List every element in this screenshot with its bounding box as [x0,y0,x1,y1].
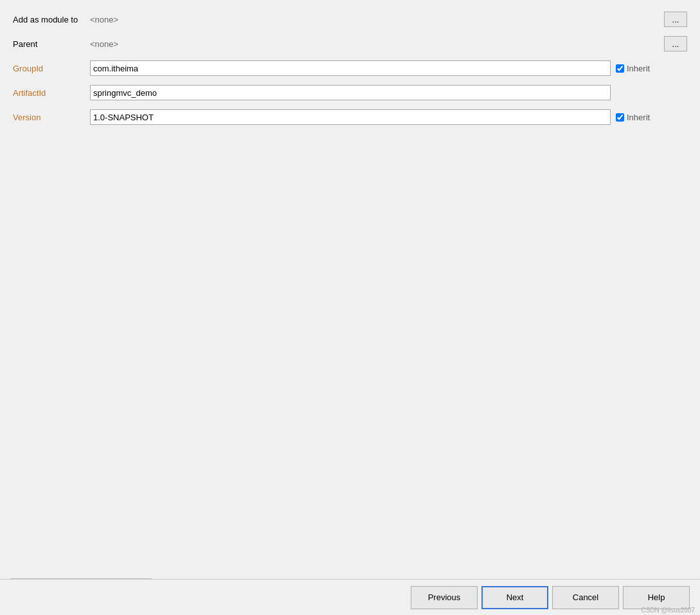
group-id-label: GroupId [13,64,90,73]
group-id-inherit-checkbox[interactable]: Inherit [616,64,650,73]
previous-button[interactable]: Previous [411,586,478,609]
version-row: Version Inherit [13,108,687,126]
add-module-value: <none> [90,15,659,24]
artifact-id-input[interactable] [90,85,611,100]
bottom-bar: Previous Next Cancel Help [0,579,700,615]
group-id-inherit-label: Inherit [627,64,650,73]
version-inherit-checkbox[interactable]: Inherit [616,113,650,122]
next-button[interactable]: Next [481,586,548,609]
parent-browse-button[interactable]: ... [664,36,687,51]
version-inherit-check[interactable] [616,113,624,122]
group-id-inherit-check[interactable] [616,64,624,73]
group-id-row: GroupId Inherit [13,59,687,77]
help-button[interactable]: Help [623,586,690,609]
add-module-browse-button[interactable]: ... [664,12,687,27]
parent-row: Parent <none> ... [13,35,687,53]
group-id-input[interactable] [90,60,611,76]
version-label: Version [13,113,90,122]
add-module-label: Add as module to [13,15,90,24]
version-inherit-label: Inherit [627,113,650,122]
parent-value: <none> [90,39,659,49]
artifact-id-row: ArtifactId [13,84,687,102]
cancel-button[interactable]: Cancel [552,586,619,609]
add-module-row: Add as module to <none> ... [13,10,687,28]
version-input[interactable] [90,109,611,125]
watermark: CSDN @lisus2007 [641,607,695,614]
main-content: Add as module to <none> ... Parent <none… [0,0,700,136]
parent-label: Parent [13,39,90,49]
artifact-id-label: ArtifactId [13,88,90,98]
